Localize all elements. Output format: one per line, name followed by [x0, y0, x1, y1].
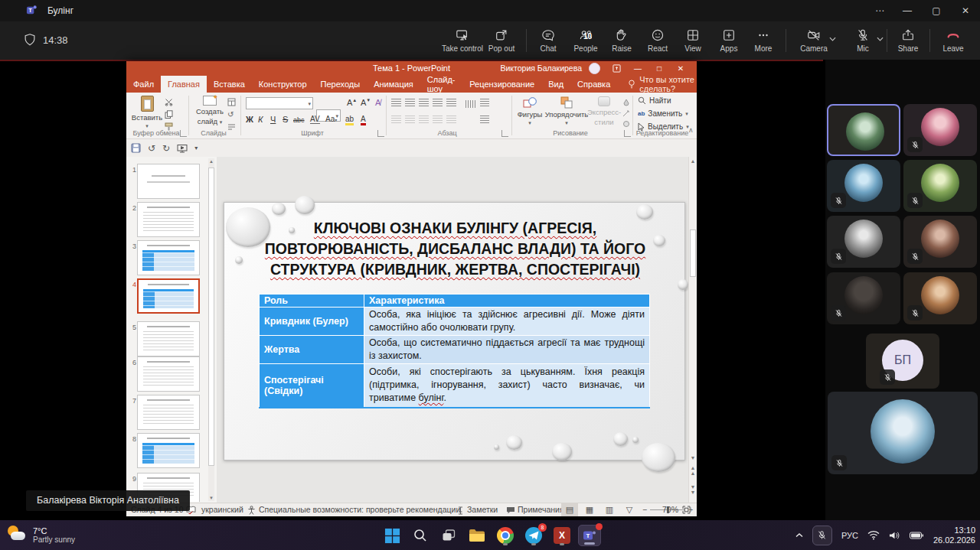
raise-hand-button[interactable]: Raise: [602, 24, 642, 57]
avatar: [844, 220, 883, 258]
slide-thumbnail-8: [137, 433, 200, 468]
react-label: React: [648, 44, 668, 53]
people-button[interactable]: 10 People: [566, 24, 606, 57]
pdf-app-icon[interactable]: X: [550, 525, 573, 546]
teams-taskbar-icon[interactable]: T: [578, 525, 601, 546]
input-language[interactable]: РУС: [841, 531, 858, 540]
kerning-button: AV: [310, 115, 320, 124]
comments-icon: [506, 506, 515, 514]
view-button[interactable]: View: [673, 24, 713, 57]
thumb-number: 6: [129, 359, 136, 366]
participant-tile-7[interactable]: [827, 272, 900, 324]
file-explorer-icon[interactable]: [466, 525, 488, 546]
mic-muted-icon: [831, 305, 846, 321]
droplet: [272, 203, 286, 215]
participant-tile-large[interactable]: [828, 392, 978, 474]
react-icon: [650, 28, 665, 42]
table-header-characteristic: Характеристика: [364, 295, 650, 308]
telegram-icon[interactable]: 8: [522, 525, 545, 546]
droplet: [632, 437, 639, 443]
share-button[interactable]: Share: [888, 24, 928, 57]
participant-tile-2[interactable]: [903, 104, 977, 156]
share-label: Share: [898, 44, 919, 53]
raise-hand-icon: [614, 28, 629, 42]
mic-muted-icon: [831, 193, 846, 208]
participant-tile-5[interactable]: [827, 216, 900, 268]
camera-chevron-icon[interactable]: [829, 37, 836, 41]
chat-button[interactable]: Chat: [528, 24, 568, 57]
people-count-badge: 10: [583, 32, 592, 41]
align-center-icon: [405, 116, 415, 123]
mic-muted-icon: [831, 249, 846, 264]
take-control-button[interactable]: Take control: [443, 24, 482, 57]
people-icon: 10: [578, 28, 593, 42]
tab-view: Вид: [541, 76, 570, 93]
droplet: [494, 444, 499, 450]
battery-icon[interactable]: [910, 532, 924, 539]
meeting-toolbar: 14:38 Take control Pop out Chat 10 Peopl…: [0, 21, 980, 60]
qat-customize-icon: ▾: [194, 145, 198, 151]
pop-out-button[interactable]: Pop out: [482, 24, 521, 57]
take-control-icon: [455, 28, 470, 42]
paste-label: Вставить: [132, 113, 162, 122]
camera-label: Camera: [800, 44, 828, 53]
undo-icon: ↺: [148, 143, 155, 154]
thumb-number: 8: [129, 435, 136, 443]
start-button[interactable]: [381, 525, 403, 546]
canvas-scrollbar: ▲ ▼ ▲▲ ▼▼: [688, 157, 697, 503]
volume-icon[interactable]: [889, 531, 900, 540]
quick-styles-button: Экспресс- стили: [589, 96, 619, 126]
task-view-icon[interactable]: [437, 525, 460, 546]
mic-chevron-icon[interactable]: [877, 37, 884, 41]
table-row: Кривдник (Булер) Особа, яка ініціює та з…: [260, 308, 650, 336]
minimize-button[interactable]: —: [893, 0, 922, 21]
toolbar-separator: [929, 29, 930, 52]
mic-button[interactable]: Mic: [841, 24, 885, 57]
titlebar-more-icon[interactable]: ⋯: [865, 0, 894, 21]
participant-tile-3[interactable]: [827, 160, 900, 212]
change-case-button: Aa▾: [325, 115, 337, 123]
drawing-dialog-launcher-icon: [624, 130, 631, 137]
tab-slideshow: Слайд-шоу: [420, 76, 462, 93]
avatar: [921, 220, 959, 258]
chrome-icon[interactable]: [494, 525, 517, 546]
tab-insert: Вставка: [207, 76, 252, 93]
raise-label: Raise: [612, 44, 632, 53]
weather-widget[interactable]: 7°C Partly sunny: [6, 525, 75, 545]
mic-muted-icon: [907, 249, 923, 264]
wifi-icon[interactable]: [867, 530, 880, 540]
tray-mic-muted-icon[interactable]: [812, 526, 832, 545]
increase-font-icon: A▲: [347, 98, 357, 107]
windows-taskbar: 7°C Partly sunny 8: [0, 520, 980, 550]
thumb-number: 3: [129, 242, 136, 250]
ppt-titlebar: Тема 1 - PowerPoint Виктория Балакирева …: [126, 61, 697, 76]
mic-muted-icon: [907, 305, 923, 321]
participant-tile-8[interactable]: [903, 272, 977, 324]
start-slideshow-icon: [177, 144, 188, 153]
table-cell-role: Жертва: [260, 336, 364, 364]
shapes-label: Фигуры: [518, 110, 543, 119]
tray-chevron-icon[interactable]: [795, 532, 803, 539]
close-button[interactable]: ✕: [951, 0, 980, 21]
take-control-label: Take control: [442, 44, 483, 53]
language-status: украинский: [201, 505, 243, 514]
find-label: Найти: [649, 96, 671, 105]
tray-clock[interactable]: 13:10 26.02.2026: [933, 526, 975, 545]
leave-label: Leave: [942, 44, 963, 53]
participant-tile-initials[interactable]: БП: [866, 334, 939, 389]
taskbar-search-icon[interactable]: [409, 525, 432, 546]
view-label: View: [684, 44, 701, 53]
maximize-button[interactable]: ▢: [922, 0, 951, 21]
participant-tile-1[interactable]: [827, 104, 900, 156]
quick-styles-icon: [598, 96, 610, 106]
leave-button[interactable]: Leave: [933, 24, 973, 57]
replace-button: ab Заменить ▾: [638, 109, 688, 118]
camera-button[interactable]: Camera: [790, 24, 838, 57]
more-button[interactable]: More: [743, 24, 783, 57]
react-button[interactable]: React: [638, 24, 678, 57]
shapes-button: Фигуры ▾: [515, 96, 544, 126]
participant-tile-6[interactable]: [903, 216, 977, 268]
participant-tile-4[interactable]: [903, 160, 977, 212]
shape-fill-icon: [622, 99, 630, 106]
slideshow-view-button: ▽: [621, 503, 638, 516]
